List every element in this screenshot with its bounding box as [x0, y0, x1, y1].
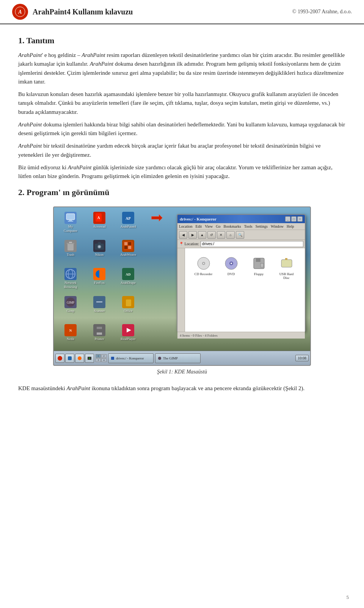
- konq-icon-usb[interactable]: USB HardDisc: [274, 256, 299, 280]
- konqueror-sidebar: [177, 248, 185, 332]
- konq-home-btn[interactable]: ⌂: [226, 231, 235, 239]
- svg-text:AP: AP: [126, 216, 130, 221]
- arahweave-icon: [122, 240, 134, 252]
- konqueror-body: CD Recorder DVD: [177, 248, 305, 332]
- realplayer-icon-label: RealPlayer: [121, 337, 136, 341]
- firefox-icon: [93, 268, 105, 280]
- konq-icon-floppy[interactable]: Floppy: [246, 256, 271, 280]
- acroread-icon-label: Acroread: [93, 225, 105, 229]
- konq-menu-go[interactable]: Go: [216, 224, 220, 228]
- svg-rect-49: [260, 263, 264, 267]
- desktop-icon-office[interactable]: Office: [115, 295, 142, 321]
- svg-point-54: [78, 356, 82, 360]
- desktop-icon-firefox[interactable]: FireFox: [86, 266, 113, 293]
- desktop-icon-printer[interactable]: Printer: [86, 323, 113, 349]
- taskbar-browser-btn[interactable]: [75, 354, 84, 363]
- konq-up-btn[interactable]: ▲: [198, 231, 206, 239]
- konqueror-close-btn[interactable]: ×: [297, 216, 303, 222]
- svg-text:A: A: [18, 9, 22, 15]
- pager-cell-2[interactable]: 2: [101, 354, 107, 358]
- desktop-icon-nikon[interactable]: Nikon: [86, 238, 113, 265]
- page-number: 5: [347, 594, 349, 600]
- konq-menu-bookmarks[interactable]: Bookmarks: [224, 224, 241, 228]
- konq-forward-btn[interactable]: ▶: [188, 231, 197, 239]
- desktop-icon-arahdrape[interactable]: AD ArahDrape: [115, 266, 142, 293]
- desktop-icon-trash[interactable]: Trash: [57, 238, 84, 265]
- arahpaint-icon-label: ArahPaint4: [121, 225, 136, 229]
- konq-menu-settings[interactable]: Settings: [256, 224, 268, 228]
- konq-location-input[interactable]: [201, 241, 303, 247]
- konqueror-title-buttons: _ □ ×: [285, 216, 303, 222]
- desktop-icon-scanner[interactable]: Scanner: [86, 295, 113, 321]
- desktop-icon-computer[interactable]: MyComputer: [57, 210, 84, 237]
- pager-cell-1[interactable]: 1: [96, 354, 101, 358]
- arahpaint-icon: AP: [122, 212, 134, 224]
- usb-hard-disc-label: USB HardDisc: [279, 272, 294, 280]
- taskbar: $ 1 2 3 4 drives:/ - Konqueror: [54, 351, 310, 365]
- scanner-icon-label: Scanner: [94, 309, 105, 313]
- konqueror-locationbar: 📍 Location:: [177, 240, 305, 248]
- taskbar-konqueror-label: drives:/ - Konqueror: [116, 356, 144, 360]
- printer-icon-label: Printer: [95, 337, 104, 341]
- svg-rect-48: [256, 258, 260, 262]
- desktop-icon-network[interactable]: NetworkBrowsing: [57, 266, 84, 293]
- figure-caption: Şekil 1: KDE Masaüstü: [53, 369, 311, 375]
- trash-icon-label: Trash: [67, 253, 74, 257]
- floppy-icon: [251, 256, 267, 271]
- konq-menu-view[interactable]: View: [205, 224, 213, 228]
- konq-menu-location[interactable]: Location: [179, 224, 193, 228]
- cd-recorder-label: CD Recorder: [195, 272, 213, 276]
- nikon-icon: [93, 240, 105, 252]
- desktop-screenshot: MyComputer A Acroread AP ArahPaint4: [53, 206, 311, 366]
- taskbar-files-btn[interactable]: [65, 354, 74, 363]
- svg-rect-31: [96, 301, 102, 302]
- konq-menu-tools[interactable]: Tools: [244, 224, 253, 228]
- taskbar-gimp-label: The GIMP: [163, 356, 178, 360]
- section1-para2: Bu kılavuzun konuları desen hazırlık aşa…: [18, 90, 346, 117]
- konq-menu-help[interactable]: Help: [287, 224, 294, 228]
- desktop-icon-gimp[interactable]: GIMP Gimp: [57, 295, 84, 321]
- konq-menu-window[interactable]: Window: [271, 224, 284, 228]
- nedit-icon-label: Nedit: [67, 337, 74, 341]
- taskbar-konqueror-btn[interactable]: drives:/ - Konqueror: [108, 353, 154, 363]
- svg-point-46: [231, 263, 232, 264]
- taskbar-gimp-btn[interactable]: The GIMP: [155, 353, 201, 363]
- konqueror-minimize-btn[interactable]: _: [285, 216, 290, 222]
- konq-icon-cd[interactable]: CD Recorder: [191, 256, 216, 280]
- konq-stop-btn[interactable]: ✕: [217, 231, 225, 239]
- konqueror-main: CD Recorder DVD: [185, 248, 305, 332]
- nikon-icon-label: Nikon: [95, 253, 104, 257]
- firefox-icon-label: FireFox: [94, 281, 105, 285]
- svg-rect-10: [67, 244, 74, 250]
- page-header: A ArahPaint4 Kullanım kılavuzu © 1993-20…: [0, 0, 364, 24]
- taskbar-pager[interactable]: 1 2 3 4: [96, 354, 107, 362]
- svg-point-16: [98, 246, 100, 248]
- section1-para3: ArahPaint dokuma işlemleri hakkında bira…: [18, 120, 346, 138]
- svg-rect-19: [128, 242, 131, 245]
- svg-rect-51: [285, 258, 287, 260]
- desktop-icon-arahweave[interactable]: ArahWeave: [115, 238, 142, 265]
- konq-menu-edit[interactable]: Edit: [196, 224, 202, 228]
- konqueror-title: drives:/ - Konqueror: [180, 217, 217, 221]
- svg-text:N: N: [69, 329, 72, 332]
- svg-rect-4: [68, 221, 73, 222]
- taskbar-terminal-btn[interactable]: $: [85, 354, 94, 363]
- konqueror-maximize-btn[interactable]: □: [291, 216, 297, 222]
- desktop-icon-acroread[interactable]: A Acroread: [86, 210, 113, 237]
- konq-back-btn[interactable]: ◀: [179, 231, 187, 239]
- konqueror-status-text: 4 Items - 0 Files - 4 Folders: [180, 334, 218, 337]
- konq-search-btn[interactable]: 🔍: [236, 231, 244, 239]
- desktop-icon-arahpaint[interactable]: AP ArahPaint4: [115, 210, 142, 237]
- pager-cell-3[interactable]: 3: [96, 358, 101, 362]
- realplayer-icon: [122, 324, 134, 336]
- konqueror-window[interactable]: drives:/ - Konqueror _ □ × Location Edit…: [177, 214, 306, 332]
- taskbar-menu-btn[interactable]: [55, 354, 64, 363]
- pager-cell-4[interactable]: 4: [101, 358, 107, 362]
- svg-rect-3: [69, 220, 72, 221]
- konq-icon-dvd[interactable]: DVD: [219, 256, 243, 280]
- konq-reload-btn[interactable]: ↺: [207, 231, 216, 239]
- desktop-icon-realplayer[interactable]: RealPlayer: [115, 323, 142, 349]
- svg-rect-18: [124, 242, 127, 245]
- desktop-icon-nedit[interactable]: N Nedit: [57, 323, 84, 349]
- konqueror-toolbar: ◀ ▶ ▲ ↺ ✕ ⌂ 🔍: [177, 230, 305, 240]
